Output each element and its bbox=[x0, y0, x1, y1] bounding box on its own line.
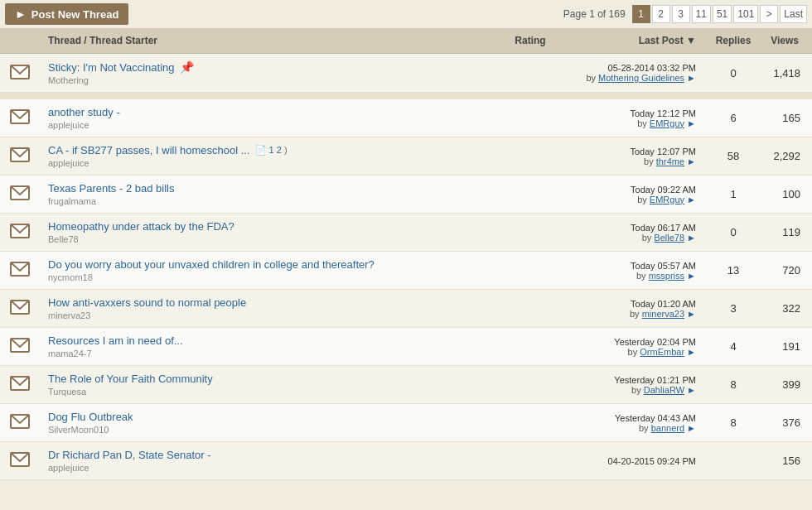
table-row: Homeopathy under attack by the FDA?Belle… bbox=[0, 214, 812, 252]
mail-icon bbox=[10, 338, 30, 353]
last-post-user-link[interactable]: bannerd bbox=[651, 423, 684, 433]
mail-icon bbox=[10, 185, 30, 200]
last-post-arrow: ► bbox=[687, 385, 696, 395]
table-row: Texas Parents - 2 bad billsfrugalmamaTod… bbox=[0, 176, 812, 214]
rating-cell bbox=[497, 252, 563, 290]
replies-cell: 0 bbox=[704, 54, 762, 93]
last-post-date: Today 12:12 PM bbox=[631, 108, 697, 118]
replies-cell: 1 bbox=[704, 176, 762, 214]
table-row: Resources I am in need of...mama24-7Yest… bbox=[0, 328, 812, 366]
page-101-btn[interactable]: 101 bbox=[733, 5, 758, 23]
pagination: Page 1 of 169 1 2 3 11 51 101 > Last bbox=[563, 5, 807, 23]
views-cell: 1,418 bbox=[762, 54, 812, 93]
page-next-btn[interactable]: > bbox=[760, 5, 778, 23]
last-post-header-label: Last Post bbox=[639, 35, 684, 46]
arrow-icon: ► bbox=[15, 7, 27, 21]
thread-icon-cell bbox=[0, 404, 40, 442]
last-post-date: 05-28-2014 03:32 PM bbox=[608, 63, 696, 73]
thread-title-link[interactable]: Dog Flu Outbreak bbox=[48, 411, 133, 423]
last-post-user-link[interactable]: thr4me bbox=[656, 156, 684, 166]
thread-starter: Belle78 bbox=[48, 234, 489, 244]
last-post-cell: Yesterday 01:21 PMby DahliaRW ► bbox=[563, 366, 704, 404]
page-link[interactable]: 1 bbox=[269, 145, 274, 155]
last-post-date: 04-20-2015 09:24 PM bbox=[608, 456, 696, 466]
page-51-btn[interactable]: 51 bbox=[713, 5, 732, 23]
views-cell: 322 bbox=[762, 290, 812, 328]
thread-cell: Homeopathy under attack by the FDA?Belle… bbox=[40, 214, 497, 252]
last-post-user-link[interactable]: EMRguy bbox=[650, 118, 684, 128]
thread-title-link[interactable]: The Role of Your Faith Community bbox=[48, 373, 213, 385]
last-post-user-link[interactable]: msspriss bbox=[649, 271, 684, 281]
thread-starter: applejuice bbox=[48, 158, 489, 168]
page-link[interactable]: 2 bbox=[277, 145, 282, 155]
last-post-arrow: ► bbox=[687, 309, 696, 319]
thread-cell: Dog Flu OutbreakSilverMoon010 bbox=[40, 404, 497, 442]
replies-cell: 8 bbox=[704, 366, 762, 404]
thread-title-link[interactable]: How anti-vaxxers sound to normal people bbox=[48, 296, 246, 309]
thread-title-link[interactable]: Texas Parents - 2 bad bills bbox=[48, 182, 174, 195]
last-post-user-link[interactable]: Mothering Guidelines bbox=[598, 73, 684, 83]
mail-icon bbox=[10, 414, 30, 429]
table-row: Dog Flu OutbreakSilverMoon010Yesterday 0… bbox=[0, 404, 812, 442]
last-post-cell: Today 06:17 AMby Belle78 ► bbox=[563, 214, 704, 252]
thread-icon-cell bbox=[0, 176, 40, 214]
rating-cell bbox=[497, 404, 563, 442]
last-post-user-link[interactable]: EMRguy bbox=[650, 195, 684, 204]
views-cell: 191 bbox=[762, 328, 812, 366]
mail-icon bbox=[10, 300, 30, 315]
thread-cell: Sticky: I'm Not Vaccinating📌Mothering bbox=[40, 54, 497, 93]
icon-col-header bbox=[0, 28, 40, 54]
last-post-cell: Today 09:22 AMby EMRguy ► bbox=[563, 176, 704, 214]
replies-cell bbox=[704, 442, 762, 480]
last-post-cell: Yesterday 04:43 AMby bannerd ► bbox=[563, 404, 704, 442]
table-row: CA - if SB277 passes, I will homeschool … bbox=[0, 137, 812, 176]
multi-page: 📄 1 2 ) bbox=[255, 145, 288, 156]
mail-icon bbox=[10, 452, 30, 467]
last-post-user-link[interactable]: DahliaRW bbox=[644, 385, 684, 395]
thread-cell: How anti-vaxxers sound to normal peoplem… bbox=[40, 290, 497, 328]
separator-row bbox=[0, 93, 812, 99]
table-row: Dr Richard Pan D, State Senator -appleju… bbox=[0, 442, 812, 480]
thread-icon-cell bbox=[0, 442, 40, 480]
thread-icon-cell bbox=[0, 328, 40, 366]
table-row: How anti-vaxxers sound to normal peoplem… bbox=[0, 290, 812, 328]
last-post-date: Today 12:07 PM bbox=[631, 147, 697, 156]
last-post-user-link[interactable]: OrmEmbar bbox=[640, 347, 684, 357]
page-11-btn[interactable]: 11 bbox=[692, 5, 711, 23]
thread-title-link[interactable]: Homeopathy under attack by the FDA? bbox=[48, 220, 234, 233]
table-row: Do you worry about your unvaxed children… bbox=[0, 252, 812, 290]
thread-title-link[interactable]: Do you worry about your unvaxed children… bbox=[48, 258, 375, 271]
thread-icon-cell bbox=[0, 54, 40, 93]
rating-cell bbox=[497, 176, 563, 214]
last-post-user-link[interactable]: Belle78 bbox=[654, 233, 684, 243]
last-post-date: Today 05:57 AM bbox=[631, 261, 696, 271]
replies-cell: 13 bbox=[704, 252, 762, 290]
page-last-btn[interactable]: Last bbox=[780, 5, 807, 23]
mail-icon bbox=[10, 224, 30, 238]
last-post-date: Yesterday 01:21 PM bbox=[614, 375, 696, 385]
thread-starter: applejuice bbox=[48, 463, 489, 473]
thread-title-link[interactable]: Sticky: I'm Not Vaccinating bbox=[48, 61, 175, 74]
last-post-arrow: ► bbox=[687, 423, 696, 433]
page-2-btn[interactable]: 2 bbox=[652, 5, 670, 23]
rating-cell bbox=[497, 54, 563, 93]
page-3-btn[interactable]: 3 bbox=[672, 5, 690, 23]
last-post-cell: Today 12:07 PMby thr4me ► bbox=[563, 137, 704, 176]
thread-title-link[interactable]: CA - if SB277 passes, I will homeschool … bbox=[48, 144, 250, 156]
mail-icon bbox=[10, 109, 30, 124]
post-button-label: Post New Thread bbox=[31, 8, 118, 21]
last-post-col-header: Last Post ▼ bbox=[563, 28, 704, 54]
thread-title-link[interactable]: another study - bbox=[48, 106, 120, 118]
views-cell: 720 bbox=[762, 252, 812, 290]
views-cell: 100 bbox=[762, 176, 812, 214]
page-1-btn[interactable]: 1 bbox=[632, 5, 650, 23]
rating-cell bbox=[497, 328, 563, 366]
thread-title-link[interactable]: Dr Richard Pan D, State Senator - bbox=[48, 449, 211, 461]
table-row: Sticky: I'm Not Vaccinating📌Mothering05-… bbox=[0, 54, 812, 93]
post-new-thread-button[interactable]: ► Post New Thread bbox=[5, 3, 128, 25]
last-post-cell: 05-28-2014 03:32 PMby Mothering Guidelin… bbox=[563, 54, 704, 93]
thread-starter: SilverMoon010 bbox=[48, 425, 489, 435]
last-post-arrow: ► bbox=[687, 156, 696, 166]
last-post-user-link[interactable]: minerva23 bbox=[642, 309, 684, 319]
thread-title-link[interactable]: Resources I am in need of... bbox=[48, 334, 183, 347]
